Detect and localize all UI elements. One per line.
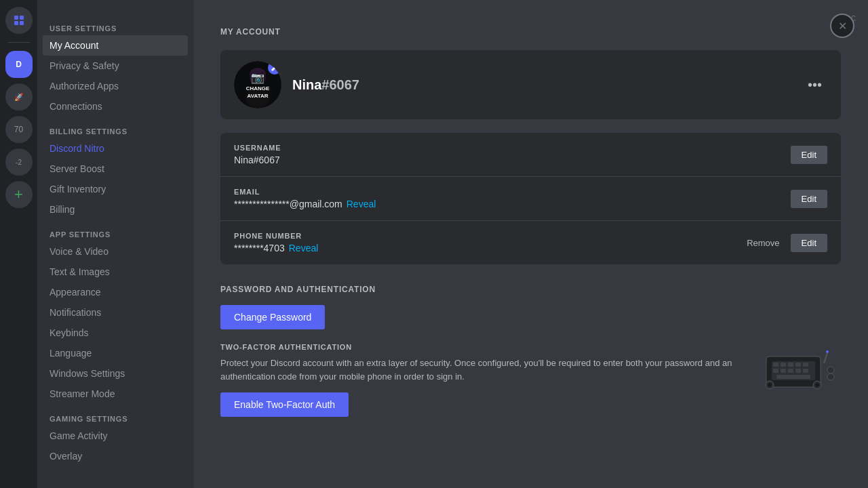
- section-label-gaming: Gaming Settings: [43, 411, 188, 426]
- username-field-left: USERNAME Nina#6067: [234, 144, 791, 165]
- phone-field-left: PHONE NUMBER ********4703Reveal: [234, 232, 741, 253]
- sidebar-item-server-boost[interactable]: Server Boost: [43, 159, 188, 179]
- sidebar-item-streamer-mode[interactable]: Streamer Mode: [43, 384, 188, 404]
- password-section: PASSWORD AND AUTHENTICATION Change Passw…: [220, 285, 841, 430]
- username-field: USERNAME Nina#6067 Edit: [220, 133, 841, 177]
- svg-point-30: [827, 373, 834, 380]
- enable-tfa-button[interactable]: Enable Two-Factor Auth: [220, 392, 349, 417]
- profile-username: Nina: [292, 77, 321, 92]
- main-content: MY ACCOUNT 📷 CHANGE AVATAR: [193, 0, 868, 488]
- server-icon-5[interactable]: -2: [5, 148, 33, 176]
- avatar-edit-badge: [268, 61, 281, 75]
- phone-value: ********4703Reveal: [234, 243, 741, 253]
- svg-rect-1: [20, 16, 24, 20]
- svg-rect-12: [773, 363, 778, 367]
- email-field: EMAIL ***************@gmail.comReveal Ed…: [220, 177, 841, 221]
- svg-point-26: [815, 383, 819, 387]
- sidebar-item-game-activity[interactable]: Game Activity: [43, 426, 188, 446]
- tfa-label: TWO-FACTOR AUTHENTICATION: [220, 343, 746, 351]
- profile-discriminator: #6067: [321, 77, 359, 92]
- sidebar-item-discord-nitro[interactable]: Discord Nitro: [43, 138, 188, 159]
- more-options-button[interactable]: •••: [802, 75, 827, 96]
- sidebar-item-authorized-apps[interactable]: Authorized Apps: [43, 76, 188, 96]
- profile-info: Nina#6067: [292, 77, 802, 93]
- sidebar-item-keybinds[interactable]: Keybinds: [43, 323, 188, 343]
- svg-rect-3: [20, 21, 24, 25]
- svg-rect-2: [14, 21, 18, 25]
- server-icon-2[interactable]: D: [5, 51, 33, 78]
- username-value: Nina#6067: [234, 155, 791, 165]
- svg-rect-17: [773, 369, 778, 373]
- camera-icon: 📷: [251, 71, 264, 84]
- sidebar-item-text-images[interactable]: Text & Images: [43, 262, 188, 282]
- email-edit-button[interactable]: Edit: [791, 190, 827, 208]
- sidebar-item-gift-inventory[interactable]: Gift Inventory: [43, 179, 188, 199]
- phone-field-actions: Remove Edit: [741, 234, 827, 252]
- svg-point-29: [827, 367, 834, 373]
- email-label: EMAIL: [234, 188, 791, 196]
- svg-rect-22: [776, 375, 810, 379]
- svg-rect-19: [788, 369, 793, 373]
- sidebar-item-overlay[interactable]: Overlay: [43, 446, 188, 466]
- sidebar-item-voice-video[interactable]: Voice & Video: [43, 241, 188, 262]
- section-label-billing: Billing Settings: [43, 123, 188, 138]
- server-icon-1[interactable]: [5, 7, 33, 34]
- svg-rect-15: [795, 363, 801, 367]
- profile-card: 📷 CHANGE AVATAR Nina#6067 •••: [220, 50, 841, 119]
- server-list: D 🚀 70 -2 +: [0, 0, 37, 488]
- svg-rect-13: [781, 363, 786, 367]
- change-avatar-text: CHANGE: [246, 85, 270, 92]
- settings-sidebar: User Settings My Account Privacy & Safet…: [37, 0, 193, 488]
- tfa-illustration: [760, 343, 841, 397]
- svg-rect-16: [803, 363, 808, 367]
- tfa-description: Protect your Discord account with an ext…: [220, 357, 746, 383]
- sidebar-item-privacy-safety[interactable]: Privacy & Safety: [43, 56, 188, 76]
- change-password-button[interactable]: Change Password: [220, 305, 325, 329]
- svg-rect-14: [788, 363, 793, 367]
- svg-point-28: [826, 350, 829, 353]
- close-icon: ✕: [838, 20, 847, 33]
- section-label-app: App Settings: [43, 226, 188, 241]
- password-section-title: PASSWORD AND AUTHENTICATION: [220, 285, 841, 294]
- sidebar-item-language[interactable]: Language: [43, 343, 188, 363]
- username-field-actions: Edit: [791, 146, 827, 164]
- sidebar-item-windows-settings[interactable]: Windows Settings: [43, 363, 188, 384]
- tfa-content: TWO-FACTOR AUTHENTICATION Protect your D…: [220, 343, 746, 430]
- svg-rect-20: [795, 369, 801, 373]
- svg-line-27: [824, 353, 827, 363]
- sidebar-item-billing[interactable]: Billing: [43, 199, 188, 220]
- email-field-left: EMAIL ***************@gmail.comReveal: [234, 188, 791, 209]
- username-label: USERNAME: [234, 144, 791, 152]
- tfa-section: TWO-FACTOR AUTHENTICATION Protect your D…: [220, 343, 841, 430]
- close-button[interactable]: ✕: [830, 14, 854, 38]
- svg-rect-21: [803, 369, 808, 373]
- sidebar-item-appearance[interactable]: Appearance: [43, 282, 188, 302]
- svg-rect-18: [781, 369, 786, 373]
- phone-label: PHONE NUMBER: [234, 232, 741, 240]
- phone-field: PHONE NUMBER ********4703Reveal Remove E…: [220, 221, 841, 264]
- account-info-section: USERNAME Nina#6067 Edit EMAIL **********…: [220, 133, 841, 264]
- server-icon-4[interactable]: 70: [5, 116, 33, 143]
- svg-rect-0: [14, 16, 18, 20]
- sidebar-item-my-account[interactable]: My Account: [43, 35, 188, 56]
- page-title: MY ACCOUNT: [220, 27, 841, 37]
- server-icon-3[interactable]: 🚀: [5, 83, 33, 110]
- avatar-container[interactable]: 📷 CHANGE AVATAR: [234, 61, 281, 108]
- svg-point-24: [768, 383, 772, 387]
- email-reveal-link[interactable]: Reveal: [347, 199, 376, 209]
- sidebar-item-notifications[interactable]: Notifications: [43, 302, 188, 323]
- sidebar-item-connections[interactable]: Connections: [43, 96, 188, 117]
- email-field-actions: Edit: [791, 190, 827, 208]
- phone-reveal-link[interactable]: Reveal: [289, 243, 319, 253]
- section-label-user: User Settings: [43, 20, 188, 35]
- close-area: ✕ ESC: [842, 12, 856, 22]
- add-server-icon[interactable]: +: [5, 181, 33, 208]
- phone-edit-button[interactable]: Edit: [791, 234, 827, 252]
- change-avatar-text2: AVATAR: [248, 93, 269, 99]
- email-value: ***************@gmail.comReveal: [234, 199, 791, 209]
- username-edit-button[interactable]: Edit: [791, 146, 827, 164]
- phone-remove-button[interactable]: Remove: [741, 234, 785, 252]
